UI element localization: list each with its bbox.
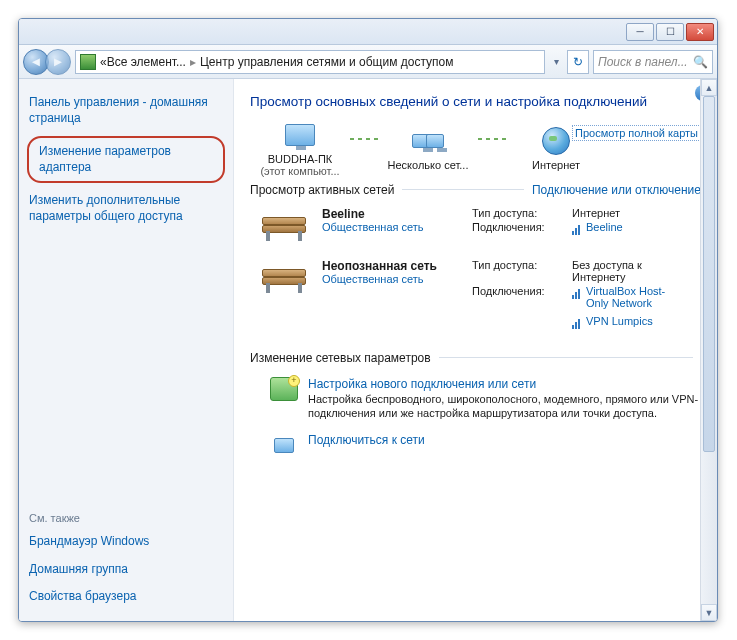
sidebar-homegroup-link[interactable]: Домашняя группа — [29, 562, 223, 578]
sidebar: Панель управления - домашняя страница Из… — [19, 79, 234, 621]
network-item: Beeline Общественная сеть Тип доступа: И… — [250, 203, 701, 255]
breadcrumb-part[interactable]: Центр управления сетями и общим доступом — [200, 55, 454, 69]
sidebar-firewall-link[interactable]: Брандмауэр Windows — [29, 534, 223, 550]
scroll-down-button[interactable]: ▼ — [701, 604, 717, 621]
titlebar: ─ ☐ ✕ — [19, 19, 717, 45]
connect-network-icon — [270, 433, 298, 457]
content-pane: ? Просмотр основных сведений о сети и на… — [234, 79, 717, 621]
address-bar: ◄ ► « Все элемент... ▸ Центр управления … — [19, 45, 717, 79]
network-name: Beeline — [322, 207, 472, 221]
close-button[interactable]: ✕ — [686, 23, 714, 41]
diagram-node-internet[interactable]: Интернет — [506, 125, 606, 171]
settings-item-title[interactable]: Настройка нового подключения или сети — [308, 377, 701, 391]
settings-item-desc: Настройка беспроводного, широкополосного… — [308, 392, 701, 422]
monitor-icon — [285, 124, 315, 146]
window: ─ ☐ ✕ ◄ ► « Все элемент... ▸ Центр управ… — [18, 18, 718, 622]
scroll-up-button[interactable]: ▲ — [701, 79, 717, 96]
search-input[interactable]: Поиск в панел... 🔍 — [593, 50, 713, 74]
globe-icon — [542, 127, 570, 155]
signal-icon — [572, 287, 582, 299]
minimize-button[interactable]: ─ — [626, 23, 654, 41]
breadcrumb-dropdown-icon[interactable]: ▾ — [549, 56, 563, 67]
connection-line-icon — [350, 138, 378, 140]
settings-item-title[interactable]: Подключиться к сети — [308, 433, 425, 447]
network-type-link[interactable]: Общественная сеть — [322, 221, 472, 233]
connection-link[interactable]: Beeline — [572, 221, 623, 235]
page-title: Просмотр основных сведений о сети и наст… — [250, 93, 701, 111]
signal-icon — [572, 317, 582, 329]
connection-line-icon — [478, 138, 506, 140]
connection-link[interactable]: VirtualBox Host-Only Network — [572, 285, 666, 309]
network-type-link[interactable]: Общественная сеть — [322, 273, 472, 285]
active-networks-header: Просмотр активных сетей Подключение или … — [250, 183, 701, 197]
body: Панель управления - домашняя страница Из… — [19, 79, 717, 621]
change-settings-header: Изменение сетевых параметров — [250, 351, 701, 365]
monitor-icon — [426, 134, 444, 148]
settings-item-new-connection[interactable]: Настройка нового подключения или сети На… — [250, 371, 701, 428]
sidebar-advanced-sharing-link[interactable]: Изменить дополнительные параметры общего… — [29, 193, 223, 224]
diagram-node-networks[interactable]: Несколько сет... — [378, 125, 478, 171]
breadcrumb[interactable]: « Все элемент... ▸ Центр управления сетя… — [75, 50, 545, 74]
see-also-label: См. также — [29, 512, 223, 524]
diagram-node-this-pc[interactable]: BUDDHA-ПК (этот компьют... — [250, 119, 350, 177]
scroll-track[interactable] — [701, 96, 717, 604]
new-connection-icon — [270, 377, 298, 401]
control-panel-icon — [80, 54, 96, 70]
sidebar-adapter-settings-link[interactable]: Изменение параметров адаптера — [27, 136, 225, 183]
breadcrumb-part[interactable]: Все элемент... — [107, 55, 186, 69]
network-item: Неопознанная сеть Общественная сеть Тип … — [250, 255, 701, 345]
bench-icon — [258, 207, 310, 241]
sidebar-home-link[interactable]: Панель управления - домашняя страница — [29, 95, 223, 126]
scrollbar[interactable]: ▲ ▼ — [700, 79, 717, 621]
nav-forward-button[interactable]: ► — [45, 49, 71, 75]
scroll-thumb[interactable] — [703, 96, 715, 452]
settings-item-connect-network[interactable]: Подключиться к сети — [250, 427, 701, 463]
connection-link[interactable]: VPN Lumpics — [572, 315, 666, 329]
bench-icon — [258, 259, 310, 293]
search-icon: 🔍 — [693, 55, 708, 69]
maximize-button[interactable]: ☐ — [656, 23, 684, 41]
refresh-button[interactable]: ↻ — [567, 50, 589, 74]
network-name: Неопознанная сеть — [322, 259, 472, 273]
signal-icon — [572, 223, 582, 235]
sidebar-browser-link[interactable]: Свойства браузера — [29, 589, 223, 605]
connect-disconnect-link[interactable]: Подключение или отключение — [532, 183, 701, 197]
